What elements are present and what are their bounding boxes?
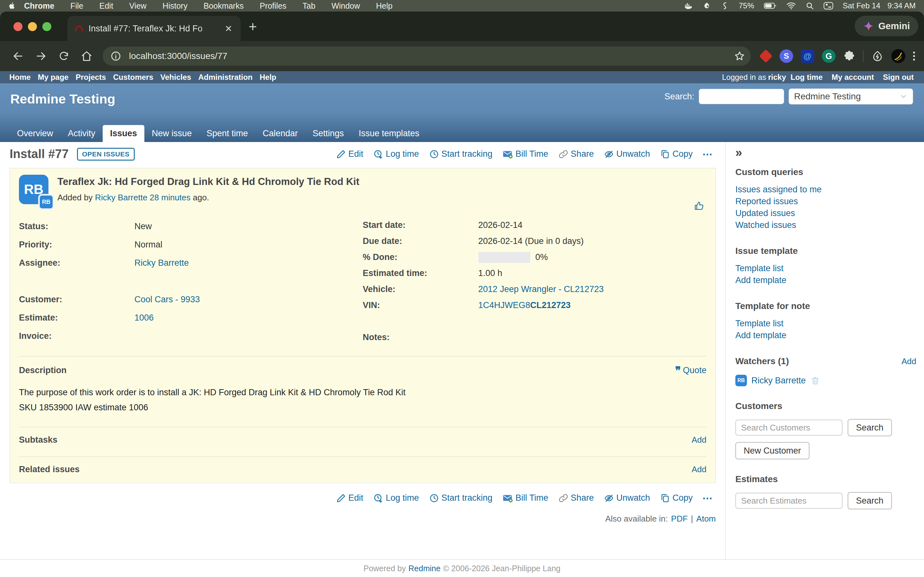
query-reported-issues[interactable]: Reported issues xyxy=(735,195,916,207)
related-issues-add-link[interactable]: Add xyxy=(692,464,706,474)
extension-icon-s[interactable]: S xyxy=(780,49,793,63)
minimize-window-button[interactable] xyxy=(28,22,37,31)
apple-logo-icon[interactable] xyxy=(8,2,16,10)
menu-window[interactable]: Window xyxy=(323,1,368,11)
estimate-link[interactable]: 1006 xyxy=(134,313,153,322)
tab-close-icon[interactable]: ✕ xyxy=(224,23,234,34)
status-app-icon-1[interactable] xyxy=(703,2,711,10)
tab-issues[interactable]: Issues xyxy=(103,125,144,142)
sidebar-collapse-icon[interactable]: » xyxy=(735,147,742,159)
bookmark-star-icon[interactable] xyxy=(734,51,745,61)
delete-watcher-icon[interactable] xyxy=(811,376,820,385)
copy-button[interactable]: Copy xyxy=(657,149,696,159)
grammarly-icon[interactable]: G xyxy=(822,49,835,63)
tab-activity[interactable]: Activity xyxy=(61,125,103,142)
forward-icon[interactable] xyxy=(29,50,53,62)
nav-administration[interactable]: Administration xyxy=(195,73,256,82)
added-time-link[interactable]: 28 minutes xyxy=(150,193,191,202)
browser-tab[interactable]: Install #77: Teraflex Jk: Hd Fo ✕ xyxy=(67,16,241,41)
menu-bookmarks[interactable]: Bookmarks xyxy=(195,1,252,11)
tab-issue-templates[interactable]: Issue templates xyxy=(351,125,427,142)
menu-tab[interactable]: Tab xyxy=(294,1,323,11)
project-jump-select[interactable]: Redmine Testing xyxy=(788,89,913,105)
home-icon[interactable] xyxy=(75,50,98,62)
nav-home[interactable]: Home xyxy=(6,73,34,82)
vehicle-link[interactable]: 2012 Jeep Wrangler - CL212723 xyxy=(478,284,604,294)
author-link[interactable]: Ricky Barrette xyxy=(95,193,147,202)
back-icon[interactable] xyxy=(6,50,29,62)
query-updated-issues[interactable]: Updated issues xyxy=(735,207,916,219)
redmine-link[interactable]: Redmine xyxy=(409,564,441,573)
extension-icon-red[interactable] xyxy=(760,50,772,62)
profile-avatar[interactable] xyxy=(891,49,905,63)
issue-template-add-link[interactable]: Add template xyxy=(735,274,916,286)
close-window-button[interactable] xyxy=(13,22,23,31)
customer-link[interactable]: Cool Cars - 9933 xyxy=(134,295,200,304)
url-text[interactable]: localhost:3000/issues/77 xyxy=(129,51,228,61)
atom-link[interactable]: Atom xyxy=(696,514,716,524)
subtasks-add-link[interactable]: Add xyxy=(692,435,706,445)
log-time-button-bottom[interactable]: Log time xyxy=(370,493,422,503)
nav-customers[interactable]: Customers xyxy=(110,73,157,82)
start-tracking-button[interactable]: Start tracking xyxy=(426,149,496,159)
menu-file[interactable]: File xyxy=(62,1,91,11)
more-actions-button-bottom[interactable]: ⋯ xyxy=(700,492,716,504)
docker-icon[interactable] xyxy=(684,1,693,10)
reload-icon[interactable] xyxy=(53,51,75,61)
global-search-input[interactable] xyxy=(699,89,784,104)
bill-time-button-bottom[interactable]: Bill Time xyxy=(499,493,551,503)
site-info-icon[interactable] xyxy=(108,49,123,63)
nav-vehicles[interactable]: Vehicles xyxy=(157,73,195,82)
extensions-puzzle-icon[interactable] xyxy=(843,50,855,62)
watchers-add-link[interactable]: Add xyxy=(901,356,916,366)
chrome-menu-icon[interactable] xyxy=(913,52,915,61)
nav-my-page[interactable]: My page xyxy=(34,73,72,82)
gemini-button[interactable]: Gemini xyxy=(855,16,918,36)
search-estimates-input[interactable] xyxy=(735,493,843,509)
note-template-list-link[interactable]: Template list xyxy=(735,318,916,330)
new-customer-button[interactable]: New Customer xyxy=(735,442,809,459)
tab-calendar[interactable]: Calendar xyxy=(255,125,305,142)
control-center-icon[interactable] xyxy=(824,2,833,10)
start-tracking-button-bottom[interactable]: Start tracking xyxy=(426,493,496,503)
note-template-add-link[interactable]: Add template xyxy=(735,330,916,342)
zoom-window-button[interactable] xyxy=(42,22,51,31)
account-my-account[interactable]: My account xyxy=(827,73,879,82)
extension-icon-at[interactable]: @ xyxy=(801,49,814,63)
battery-icon[interactable] xyxy=(764,2,777,10)
account-sign-out[interactable]: Sign out xyxy=(879,73,918,82)
query-watched-issues[interactable]: Watched issues xyxy=(735,219,916,231)
logged-in-user[interactable]: ricky xyxy=(768,73,786,82)
unwatch-button[interactable]: Unwatch xyxy=(601,149,653,159)
menu-edit[interactable]: Edit xyxy=(91,1,121,11)
share-button[interactable]: Share xyxy=(556,149,597,159)
watcher-name-link[interactable]: Ricky Barrette xyxy=(751,376,806,386)
tab-overview[interactable]: Overview xyxy=(10,125,61,142)
pdf-link[interactable]: PDF xyxy=(671,514,688,524)
menu-view[interactable]: View xyxy=(121,1,155,11)
spotlight-icon[interactable] xyxy=(806,2,814,10)
search-customers-input[interactable] xyxy=(735,420,843,436)
search-estimates-button[interactable]: Search xyxy=(848,492,892,509)
account-log-time[interactable]: Log time xyxy=(786,73,827,82)
tab-new-issue[interactable]: New issue xyxy=(144,125,199,142)
tab-spent-time[interactable]: Spent time xyxy=(199,125,255,142)
address-bar[interactable]: localhost:3000/issues/77 xyxy=(103,47,751,66)
tab-settings[interactable]: Settings xyxy=(305,125,351,142)
new-tab-button[interactable]: + xyxy=(249,19,257,35)
edit-button-bottom[interactable]: Edit xyxy=(333,493,367,503)
nav-help[interactable]: Help xyxy=(256,73,280,82)
copy-button-bottom[interactable]: Copy xyxy=(657,493,696,503)
issue-template-list-link[interactable]: Template list xyxy=(735,263,916,274)
assignee-link[interactable]: Ricky Barrette xyxy=(134,258,189,268)
battery-saver-icon[interactable] xyxy=(871,50,884,62)
vin-link[interactable]: 1C4HJWEG8CL212723 xyxy=(478,300,571,310)
bill-time-button[interactable]: Bill Time xyxy=(499,149,551,159)
menu-history[interactable]: History xyxy=(155,1,196,11)
share-button-bottom[interactable]: Share xyxy=(556,493,597,503)
log-time-button[interactable]: Log time xyxy=(370,149,422,159)
edit-button[interactable]: Edit xyxy=(333,149,367,159)
wifi-icon[interactable] xyxy=(787,2,796,10)
quote-link[interactable]: ❞ Quote xyxy=(675,366,706,376)
search-customers-button[interactable]: Search xyxy=(848,419,892,436)
